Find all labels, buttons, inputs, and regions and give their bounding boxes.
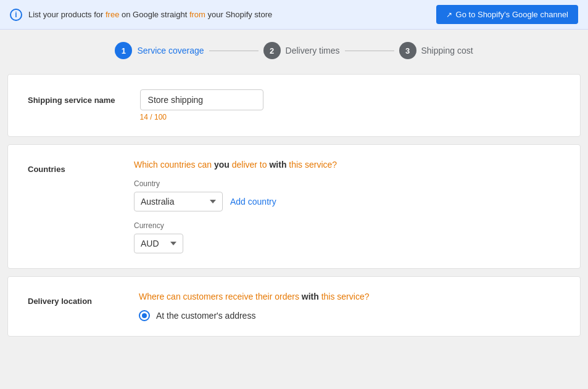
countries-question-part1: Which countries can [134, 160, 214, 170]
delivery-q-part1: Where can customers receive their orders [139, 292, 302, 301]
banner-button-label: Go to Shopify's Google channel [456, 10, 568, 19]
shipping-name-input[interactable] [140, 89, 263, 110]
step-1: 1 Service coverage [115, 42, 204, 59]
countries-question-highlight1: you [214, 160, 230, 170]
delivery-content: Where can customers receive their orders… [139, 292, 560, 321]
shipping-name-label: Shipping service name [28, 89, 115, 105]
step-3: 3 Shipping cost [399, 42, 473, 59]
char-count: 14 / 100 [140, 113, 560, 121]
countries-content: Which countries can you deliver to with … [134, 160, 560, 253]
delivery-question: Where can customers receive their orders… [139, 292, 560, 301]
step-2: 2 Delivery times [263, 42, 340, 59]
step-2-number: 2 [270, 46, 274, 55]
shipping-name-field-content: 14 / 100 [140, 89, 560, 121]
shipping-name-row: Shipping service name 14 / 100 [28, 89, 560, 121]
countries-question-part3: this service? [286, 160, 337, 170]
countries-question: Which countries can you deliver to with … [134, 160, 560, 170]
step-2-circle: 2 [263, 42, 281, 59]
step-1-label: Service coverage [137, 46, 204, 55]
country-select[interactable]: Australia New Zealand United States Unit… [134, 192, 223, 211]
currency-sublabel: Currency [134, 221, 560, 230]
currency-select[interactable]: AUD USD EUR GBP NZD [134, 234, 183, 253]
delivery-location-card: Delivery location Where can customers re… [7, 276, 581, 337]
banner-text: List your products for free on Google st… [28, 10, 272, 19]
step-3-label: Shipping cost [421, 46, 473, 55]
currency-select-wrapper: AUD USD EUR GBP NZD [134, 234, 560, 253]
country-select-row: Australia New Zealand United States Unit… [134, 192, 560, 211]
step-2-label: Delivery times [286, 46, 340, 55]
countries-question-highlight2: with [269, 160, 286, 170]
external-link-icon: ↗ [446, 10, 452, 19]
delivery-row: Delivery location Where can customers re… [28, 292, 560, 321]
banner-left: i List your products for free on Google … [10, 9, 272, 21]
main-content: 1 Service coverage 2 Delivery times 3 Sh… [0, 30, 588, 389]
banner-free-text: free [106, 10, 119, 19]
step-1-circle: 1 [115, 42, 132, 59]
radio-custom [139, 310, 150, 321]
step-1-number: 1 [122, 46, 126, 55]
country-sublabel: Country [134, 179, 560, 188]
countries-card: Countries Which countries can you delive… [7, 144, 581, 269]
step-connector-2 [345, 51, 394, 51]
radio-inner [142, 313, 147, 318]
step-connector-1 [209, 51, 259, 51]
delivery-label: Delivery location [28, 292, 114, 306]
step-3-circle: 3 [399, 42, 416, 59]
info-icon: i [10, 9, 22, 21]
stepper: 1 Service coverage 2 Delivery times 3 Sh… [7, 42, 581, 59]
shipping-name-card: Shipping service name 14 / 100 [7, 74, 581, 137]
countries-question-part2: deliver to [230, 160, 270, 170]
delivery-radio-option[interactable]: At the customer's address [139, 310, 560, 321]
step-3-number: 3 [405, 46, 410, 55]
countries-row: Countries Which countries can you delive… [28, 160, 560, 253]
radio-label: At the customer's address [156, 311, 255, 321]
countries-label: Countries [28, 160, 114, 174]
banner-from-text: from [189, 10, 205, 19]
delivery-q-part2: this service? [319, 292, 370, 301]
top-banner: i List your products for free on Google … [0, 0, 588, 30]
delivery-q-highlight: with [302, 292, 319, 301]
shopify-google-channel-button[interactable]: ↗ Go to Shopify's Google channel [436, 5, 578, 24]
add-country-button[interactable]: Add country [230, 197, 276, 207]
